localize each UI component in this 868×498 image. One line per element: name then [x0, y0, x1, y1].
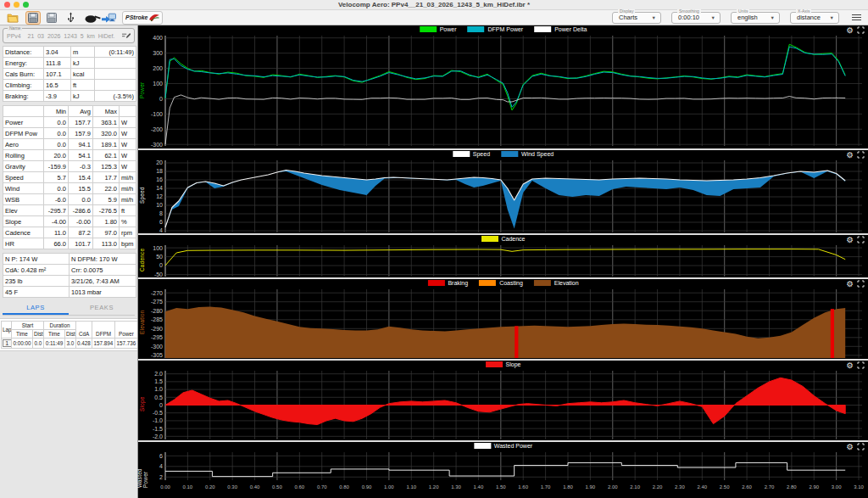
- gear-icon[interactable]: ⚙: [846, 279, 854, 288]
- menu-icon[interactable]: [852, 14, 861, 20]
- legend-item: Wasted Power: [474, 443, 532, 449]
- stats-row: Gravity-159.9-0.3125.3W: [3, 161, 136, 172]
- save-as-button[interactable]: [44, 11, 59, 25]
- legend-swatch: [479, 280, 496, 286]
- chart-panel-cadence[interactable]: CadenceCadence⚙100500-50: [138, 233, 868, 277]
- svg-text:50: 50: [156, 254, 163, 260]
- gear-icon[interactable]: ⚙: [846, 150, 854, 159]
- info-row: 235 lb3/21/26, 7:43 AM: [3, 276, 136, 287]
- legend-label: Coasting: [499, 280, 523, 286]
- svg-text:18: 18: [156, 168, 163, 174]
- expand-icon[interactable]: [857, 280, 865, 288]
- panel-controls: ⚙: [846, 235, 865, 244]
- legend-item: Power Delta: [534, 26, 587, 32]
- x-axis-dropdown[interactable]: X-Axis distance ▼: [790, 12, 839, 24]
- chart-panel-slope[interactable]: SlopeSlope⚙2.01.51.00.50-0.5-1.0-1.5-2.0: [138, 359, 868, 440]
- gear-icon[interactable]: ⚙: [846, 442, 854, 451]
- info-row: CdA: 0.428 m²Crr: 0.0075: [3, 265, 136, 276]
- svg-text:-295: -295: [151, 334, 163, 340]
- svg-text:0.50: 0.50: [272, 484, 282, 490]
- chart-panel-power[interactable]: PowerPowerDFPM PowerPower Delta⚙40030020…: [138, 25, 868, 148]
- units-dropdown[interactable]: Units english ▼: [731, 12, 780, 24]
- ride-name-field[interactable]: Name PPv4__21_03_2026_1243_5_km_HiDef.: [3, 28, 135, 43]
- plot-speed[interactable]: 201816141210864: [138, 150, 867, 235]
- expand-icon[interactable]: [857, 361, 865, 369]
- plot-power[interactable]: 4003002001000-100-200-300: [138, 25, 867, 148]
- svg-text:-285: -285: [151, 316, 163, 322]
- smoothing-dropdown[interactable]: Smoothing 0:00:10 ▼: [671, 12, 721, 24]
- chart-panel-wasted-power[interactable]: Wasted PowerWasted Power⚙6420.000.100.20…: [138, 440, 868, 490]
- tab-laps[interactable]: LAPS: [3, 301, 69, 315]
- gear-icon[interactable]: ⚙: [846, 361, 854, 370]
- legend-label: Slope: [506, 361, 521, 367]
- y-axis-label-speed: Speed: [138, 159, 146, 232]
- save-as-icon: [47, 13, 57, 23]
- zoom-window-button[interactable]: [23, 2, 29, 8]
- svg-text:0.00: 0.00: [160, 484, 170, 490]
- series-Elevation: [165, 307, 845, 358]
- legend-swatch: [534, 26, 551, 32]
- svg-text:0.20: 0.20: [205, 484, 215, 490]
- legend-label: Cadence: [501, 236, 525, 242]
- expand-icon[interactable]: [857, 236, 865, 243]
- svg-text:-270: -270: [151, 290, 163, 296]
- y-axis-label-cadence: Cadence: [138, 243, 146, 276]
- y-axis-label-elevation: Elevation: [138, 288, 146, 357]
- legend-swatch: [486, 361, 503, 367]
- send-to-device-button[interactable]: [81, 11, 119, 25]
- legend-swatch: [474, 443, 491, 449]
- close-window-button[interactable]: [4, 2, 10, 8]
- chevron-down-icon: ▼: [711, 15, 715, 20]
- folder-open-icon: [7, 13, 19, 23]
- stats-row: Wind0.015.522.0mi/h: [3, 183, 136, 194]
- panel-controls: ⚙: [846, 442, 865, 451]
- toolbar: PStroke Display Charts ▼ Smoothing 0:00:…: [0, 10, 868, 25]
- legend-label: Wasted Power: [494, 443, 532, 449]
- expand-icon[interactable]: [857, 26, 865, 34]
- gear-icon[interactable]: ⚙: [846, 25, 854, 35]
- units-dropdown-value: english: [737, 14, 758, 21]
- save-button[interactable]: [25, 11, 41, 25]
- stats-row: Elev-295.7-286.6-276.5ft: [3, 205, 136, 216]
- tab-peaks[interactable]: PEAKS: [69, 301, 135, 315]
- legend-swatch: [453, 151, 470, 157]
- y-axis-label-wasted-power: Wasted Power: [138, 450, 146, 488]
- lap-row[interactable]: 10:00:000.00:11:493.00.428157.894157.736: [2, 339, 138, 349]
- plot-slope[interactable]: 2.01.51.00.50-0.5-1.0-1.5-2.0: [138, 361, 867, 442]
- chevron-down-icon: ▼: [771, 15, 775, 20]
- laps-table: LapStartDurationCdADFPMPowerTimeDistTime…: [1, 321, 138, 349]
- panel-controls: ⚙: [846, 25, 865, 35]
- chart-panel-elevation[interactable]: ElevationBrakingCoastingElevation⚙-270-2…: [138, 277, 868, 359]
- stats-row: HR66.0101.7113.0bpm: [3, 238, 136, 249]
- pstroke-button[interactable]: PStroke: [122, 11, 163, 25]
- smoothing-dropdown-label: Smoothing: [677, 9, 701, 14]
- device-connect-button[interactable]: [63, 11, 78, 25]
- chevron-down-icon: ▼: [830, 15, 834, 20]
- open-file-button[interactable]: [4, 11, 22, 25]
- display-dropdown[interactable]: Display Charts ▼: [612, 12, 661, 24]
- stats-row: Rolling20.054.162.1W: [3, 150, 136, 161]
- svg-text:0: 0: [159, 96, 163, 102]
- svg-text:6: 6: [159, 453, 163, 459]
- svg-text:100: 100: [153, 245, 163, 251]
- svg-text:16: 16: [156, 176, 163, 182]
- chart-legend-wasted-power: Wasted Power: [474, 443, 532, 449]
- legend-item: Speed: [453, 151, 490, 157]
- edit-name-icon[interactable]: [121, 32, 131, 40]
- stats-row: WSB-6.00.05.9mi/h: [3, 194, 136, 205]
- stats-row: Speed5.715.417.7mi/h: [3, 172, 136, 183]
- svg-text:1.40: 1.40: [474, 484, 484, 490]
- panel-controls: ⚙: [846, 361, 865, 370]
- svg-text:0.10: 0.10: [183, 484, 193, 490]
- minimize-window-button[interactable]: [14, 2, 19, 8]
- gear-icon[interactable]: ⚙: [846, 235, 854, 244]
- svg-text:3.00: 3.00: [832, 484, 842, 490]
- chart-legend-slope: Slope: [486, 361, 521, 367]
- expand-icon[interactable]: [857, 443, 865, 450]
- legend-item: Elevation: [534, 280, 579, 286]
- chart-panel-speed[interactable]: SpeedSpeedWind Speed⚙201816141210864: [138, 148, 868, 233]
- plot-elevation[interactable]: -270-275-280-285-290-295-300-305: [138, 279, 867, 361]
- plot-wasted-power[interactable]: 6420.000.100.200.300.400.500.600.700.800…: [138, 442, 867, 491]
- expand-icon[interactable]: [857, 151, 865, 159]
- min-avg-max-table: MinAvgMaxPower0.0157.7363.1WDFPM Pow0.01…: [3, 105, 136, 249]
